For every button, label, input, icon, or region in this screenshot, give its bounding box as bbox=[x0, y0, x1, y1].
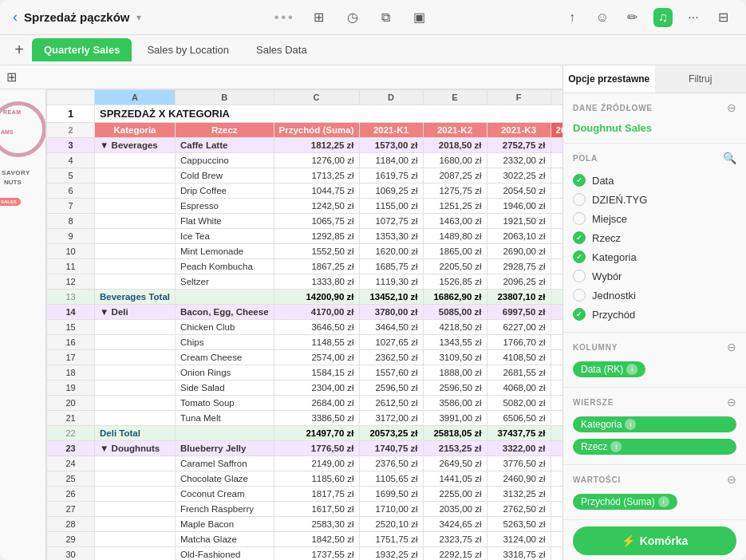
cell-k2[interactable]: 1155,00 zł bbox=[359, 199, 423, 214]
cell-kategoria[interactable] bbox=[95, 487, 176, 502]
cell-k1[interactable]: 1817,75 zł bbox=[274, 487, 359, 502]
cell-kategoria[interactable] bbox=[95, 456, 176, 471]
cell-rzecz[interactable]: Caffe Latte bbox=[176, 138, 274, 153]
cell-kategoria[interactable] bbox=[95, 335, 176, 350]
cell-kategoria[interactable] bbox=[95, 365, 176, 381]
cell-k1[interactable]: 2684,00 zł bbox=[274, 396, 359, 411]
cell-k2[interactable]: 1740,75 zł bbox=[359, 441, 423, 456]
cell-k1[interactable]: 1185,60 zł bbox=[274, 471, 359, 487]
cell-rzecz[interactable]: Flat White bbox=[176, 214, 274, 229]
columns-section-icon[interactable]: ⊖ bbox=[727, 341, 736, 353]
cell-suma[interactable]: 6199,05 zł bbox=[551, 229, 562, 244]
cell-k3[interactable]: 2323,75 zł bbox=[423, 532, 487, 547]
cell-k4[interactable]: 2460,90 zł bbox=[487, 471, 551, 487]
cell-k3[interactable]: 1888,00 zł bbox=[423, 365, 487, 381]
cell-k1[interactable]: 3646,50 zł bbox=[274, 320, 359, 335]
cell-rzecz[interactable] bbox=[176, 290, 274, 305]
cell-k3[interactable]: 5085,00 zł bbox=[423, 305, 487, 320]
cell-k3[interactable]: 2255,00 zł bbox=[423, 487, 487, 502]
cell-k2[interactable]: 1353,30 zł bbox=[359, 229, 423, 244]
cell-k1[interactable]: 3386,50 zł bbox=[274, 411, 359, 426]
tab-sales-by-location[interactable]: Sales by Location bbox=[135, 38, 241, 61]
field-item[interactable]: Miejsce bbox=[573, 209, 736, 228]
title-dropdown-icon[interactable]: ▾ bbox=[136, 12, 141, 23]
cell-rzecz[interactable]: Ice Tea bbox=[176, 229, 274, 244]
cell-rzecz[interactable]: Coconut Cream bbox=[176, 487, 274, 502]
cell-k2[interactable]: 2376,50 zł bbox=[359, 456, 423, 471]
field-checkbox[interactable] bbox=[573, 308, 586, 321]
cell-kategoria[interactable] bbox=[95, 411, 176, 426]
col-header-b[interactable]: B bbox=[176, 90, 274, 105]
cell-k4[interactable]: 6997,50 zł bbox=[487, 305, 551, 320]
field-item[interactable]: DZIEŃ.TYG bbox=[573, 190, 736, 209]
cell-k3[interactable]: 4218,50 zł bbox=[423, 320, 487, 335]
cell-suma[interactable]: 7727,50 zł bbox=[551, 244, 562, 259]
col-header-e[interactable]: E bbox=[423, 90, 487, 105]
cell-k3[interactable]: 2035,00 zł bbox=[423, 502, 487, 517]
cell-k1[interactable]: 1292,85 zł bbox=[274, 229, 359, 244]
cell-k1[interactable]: 2574,00 zł bbox=[274, 350, 359, 365]
cell-k2[interactable]: 1932,25 zł bbox=[359, 547, 423, 561]
tab-opcje-przestawne[interactable]: Opcje przestawne bbox=[563, 65, 655, 93]
cell-k4[interactable]: 23807,10 zł bbox=[487, 290, 551, 305]
field-item[interactable]: Wybór bbox=[573, 266, 736, 286]
cell-k4[interactable]: 1946,00 zł bbox=[487, 199, 551, 214]
cell-suma[interactable]: 13781,55 zł bbox=[551, 517, 562, 532]
cell-k3[interactable]: 1489,80 zł bbox=[423, 229, 487, 244]
cell-k3[interactable]: 16862,90 zł bbox=[423, 290, 487, 305]
cell-kategoria[interactable] bbox=[95, 517, 176, 532]
cell-k4[interactable]: 5082,00 zł bbox=[487, 396, 551, 411]
col-header-d[interactable]: D bbox=[359, 90, 423, 105]
field-checkbox[interactable] bbox=[573, 174, 586, 187]
cell-rzecz[interactable]: Side Salad bbox=[176, 381, 274, 396]
field-item[interactable]: Data bbox=[573, 171, 736, 190]
cell-k1[interactable]: 1776,50 zł bbox=[274, 441, 359, 456]
cell-k4[interactable]: 6506,50 zł bbox=[487, 411, 551, 426]
cell-k1[interactable]: 2149,00 zł bbox=[274, 456, 359, 471]
share-icon[interactable]: ↑ bbox=[562, 8, 582, 27]
cell-kategoria[interactable]: ▼ Deli bbox=[95, 305, 176, 320]
cell-suma[interactable]: 6076,20 zł bbox=[551, 274, 562, 290]
tab-quarterly-sales[interactable]: Quarterly Sales bbox=[32, 38, 132, 61]
cell-kategoria[interactable] bbox=[95, 259, 176, 274]
cell-k4[interactable]: 2096,25 zł bbox=[487, 274, 551, 290]
cell-suma[interactable]: 13964,50 zł bbox=[551, 396, 562, 411]
cell-kategoria[interactable] bbox=[95, 153, 176, 168]
cell-kategoria[interactable] bbox=[95, 532, 176, 547]
cell-suma[interactable]: 20032,50 zł bbox=[551, 305, 562, 320]
komorka-button[interactable]: ⚡ Komórka bbox=[573, 526, 736, 555]
cell-rzecz[interactable]: Peach Kombucha bbox=[176, 259, 274, 274]
values-section-icon[interactable]: ⊖ bbox=[727, 473, 736, 486]
cell-k3[interactable]: 2292,15 zł bbox=[423, 547, 487, 561]
pencil-icon[interactable]: ✏ bbox=[623, 8, 642, 27]
cell-kategoria[interactable]: Beverages Total bbox=[95, 290, 176, 305]
cell-k1[interactable]: 1552,50 zł bbox=[274, 244, 359, 259]
cell-suma[interactable]: 105326,75 zł bbox=[551, 426, 562, 441]
cell-k1[interactable]: 14200,90 zł bbox=[274, 290, 359, 305]
cell-k1[interactable]: 1276,00 zł bbox=[274, 153, 359, 168]
cell-suma[interactable]: 68323,00 zł bbox=[551, 290, 562, 305]
cell-rzecz[interactable]: Cold Brew bbox=[176, 168, 274, 183]
cell-kategoria[interactable] bbox=[95, 229, 176, 244]
cell-k2[interactable]: 1573,00 zł bbox=[359, 138, 423, 153]
cell-suma[interactable]: 17056,00 zł bbox=[551, 411, 562, 426]
cell-rzecz[interactable]: Cream Cheese bbox=[176, 350, 274, 365]
cell-k4[interactable]: 2690,00 zł bbox=[487, 244, 551, 259]
cell-k2[interactable]: 1072,75 zł bbox=[359, 214, 423, 229]
cell-k2[interactable]: 1184,00 zł bbox=[359, 153, 423, 168]
field-item[interactable]: Przychód bbox=[573, 305, 736, 324]
field-checkbox[interactable] bbox=[573, 231, 586, 244]
cell-k1[interactable]: 2304,00 zł bbox=[274, 381, 359, 396]
cell-k4[interactable]: 2928,75 zł bbox=[487, 259, 551, 274]
cell-suma[interactable]: 5444,25 zł bbox=[551, 183, 562, 199]
back-button[interactable]: ‹ bbox=[13, 9, 18, 26]
cell-suma[interactable]: 8156,50 zł bbox=[551, 138, 562, 153]
cell-k4[interactable]: 3022,25 zł bbox=[487, 168, 551, 183]
cell-k1[interactable]: 1842,50 zł bbox=[274, 532, 359, 547]
col-header-f[interactable]: F bbox=[487, 90, 551, 105]
cell-k2[interactable]: 1620,00 zł bbox=[359, 244, 423, 259]
cell-rzecz[interactable]: Tuna Melt bbox=[176, 411, 274, 426]
cell-k2[interactable]: 2520,10 zł bbox=[359, 517, 423, 532]
chart-icon[interactable]: ♫ bbox=[653, 8, 673, 27]
cell-kategoria[interactable] bbox=[95, 274, 176, 290]
